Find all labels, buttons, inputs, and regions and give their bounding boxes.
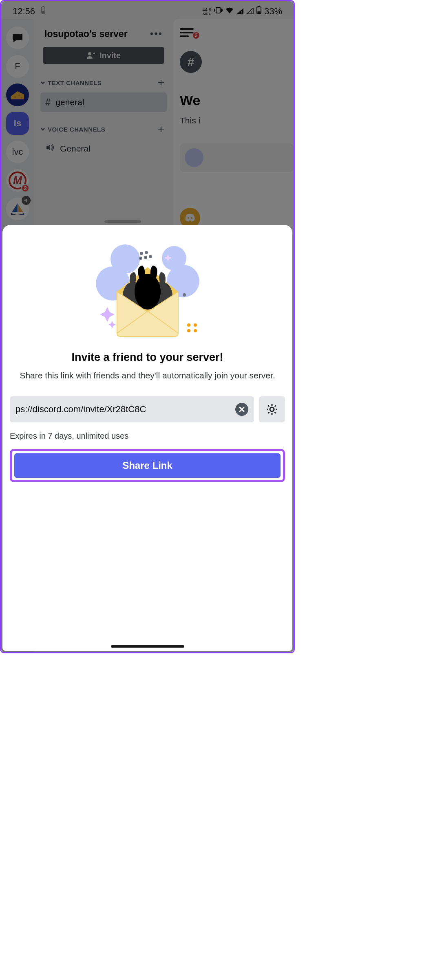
svg-point-33 <box>135 274 161 310</box>
svg-point-22 <box>145 251 148 254</box>
svg-point-23 <box>139 257 142 260</box>
svg-point-25 <box>149 255 152 258</box>
home-indicator[interactable] <box>111 645 184 648</box>
invite-link-text: ps://discord.com/invite/Xr28tC8C <box>15 404 231 415</box>
svg-point-34 <box>270 407 274 411</box>
svg-rect-29 <box>187 329 190 332</box>
svg-rect-28 <box>194 323 197 327</box>
gear-icon <box>266 403 278 415</box>
invite-link-field[interactable]: ps://discord.com/invite/Xr28tC8C <box>10 396 254 422</box>
svg-point-26 <box>183 293 186 297</box>
expires-text: Expires in 7 days, unlimited uses <box>10 431 128 441</box>
invite-settings-button[interactable] <box>259 396 285 422</box>
sheet-title: Invite a friend to your server! <box>71 351 223 364</box>
svg-point-24 <box>144 256 147 259</box>
sheet-subtitle: Share this link with friends and they'll… <box>11 369 283 382</box>
share-highlight: Share Link <box>10 449 285 482</box>
share-link-label: Share Link <box>122 460 172 471</box>
invite-illustration <box>88 239 207 340</box>
svg-rect-30 <box>194 329 197 332</box>
svg-rect-27 <box>187 323 190 327</box>
invite-sheet: Invite a friend to your server! Share th… <box>2 225 292 651</box>
svg-point-21 <box>140 252 143 255</box>
clear-icon[interactable] <box>235 403 248 416</box>
share-link-button[interactable]: Share Link <box>14 453 281 478</box>
